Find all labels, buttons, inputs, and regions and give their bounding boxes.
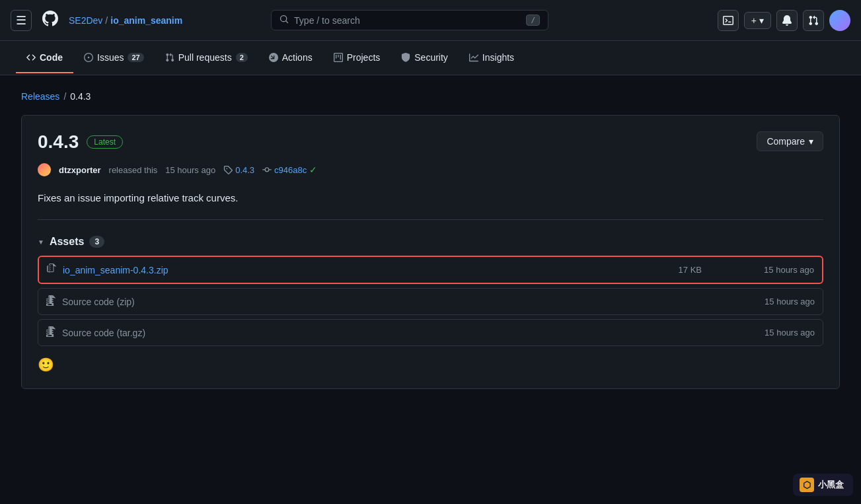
author-link[interactable]: dtzxporter (59, 165, 101, 175)
nav-tab-projects[interactable]: Projects (323, 43, 391, 73)
nav-tab-pr-label: Pull requests (178, 52, 232, 63)
plus-icon: + (751, 15, 757, 26)
repo-path: SE2Dev / io_anim_seanim (69, 15, 182, 26)
release-version: 0.4.3 (38, 131, 79, 153)
compare-button[interactable]: Compare ▾ (757, 131, 823, 151)
path-separator: / (105, 15, 108, 26)
release-time: 15 hours ago (165, 165, 215, 175)
asset-source-targz-time: 15 hours ago (742, 328, 815, 338)
compare-label: Compare (767, 136, 805, 147)
terminal-button[interactable] (718, 10, 739, 31)
release-meta: dtzxporter released this 15 hours ago 0.… (38, 163, 823, 176)
user-avatar[interactable] (829, 10, 850, 31)
compare-chevron-icon: ▾ (809, 136, 813, 147)
top-navigation: ☰ SE2Dev / io_anim_seanim Type / to sear… (0, 0, 861, 41)
nav-tab-insights-label: Insights (482, 52, 514, 63)
asset-item-source-zip[interactable]: Source code (zip) 15 hours ago (38, 288, 823, 315)
asset-item-zip[interactable]: io_anim_seanim-0.4.3.zip 17 KB 15 hours … (38, 256, 823, 284)
watermark-logo-letter: ⬡ (803, 480, 811, 490)
nav-tab-code-label: Code (40, 52, 63, 63)
commit-hash-link[interactable]: c946a8c (274, 165, 307, 175)
released-text: released this (109, 165, 158, 175)
release-tag: 0.4.3 (223, 165, 254, 175)
asset-source-zip-link[interactable]: Source code (zip) (62, 297, 135, 307)
release-commit: c946a8c ✓ (262, 164, 317, 175)
asset-zip-icon (47, 264, 57, 276)
search-icon (280, 15, 289, 26)
nav-tab-security[interactable]: Security (391, 43, 459, 73)
nav-tab-insights[interactable]: Insights (459, 43, 525, 73)
commit-check-icon: ✓ (309, 164, 317, 175)
nav-tab-security-label: Security (414, 52, 448, 63)
release-card: 0.4.3 Latest Compare ▾ dtzxporter releas… (21, 115, 840, 389)
release-header: 0.4.3 Latest Compare ▾ (38, 131, 823, 153)
watermark-logo: ⬡ (800, 478, 814, 492)
asset-source-zip-icon (46, 295, 57, 308)
hamburger-icon: ☰ (16, 13, 26, 28)
nav-tab-actions[interactable]: Actions (258, 43, 323, 73)
nav-tab-issues-label: Issues (97, 52, 124, 63)
watermark-label: 小黑盒 (818, 479, 844, 491)
asset-source-zip-name: Source code (zip) (62, 297, 663, 307)
main-content: Releases / 0.4.3 0.4.3 Latest Compare ▾ … (0, 75, 861, 498)
notifications-icon-button[interactable] (776, 10, 798, 31)
search-placeholder-text: Type / to search (294, 15, 521, 26)
asset-source-targz-link[interactable]: Source code (tar.gz) (62, 328, 145, 338)
new-button[interactable]: + ▾ (744, 12, 771, 29)
issues-badge: 27 (128, 53, 143, 62)
asset-source-zip-time: 15 hours ago (742, 297, 815, 306)
github-logo[interactable] (42, 11, 58, 30)
assets-count-badge: 3 (89, 236, 104, 248)
release-body: Fixes an issue importing relative track … (38, 192, 823, 220)
pr-badge: 2 (236, 53, 248, 62)
hamburger-menu-button[interactable]: ☰ (11, 10, 32, 31)
nav-tab-pull-requests[interactable]: Pull requests 2 (155, 43, 258, 73)
nav-tab-actions-label: Actions (282, 52, 313, 63)
release-title-row: 0.4.3 Latest (38, 131, 123, 153)
search-bar[interactable]: Type / to search / (271, 10, 548, 30)
nav-right-actions: + ▾ (718, 10, 850, 31)
repo-navigation: Code Issues 27 Pull requests 2 Actions P… (0, 41, 861, 75)
asset-source-targz-icon (46, 326, 57, 339)
watermark: ⬡ 小黑盒 (793, 474, 853, 496)
asset-zip-link[interactable]: io_anim_seanim-0.4.3.zip (63, 265, 662, 275)
release-tag-link[interactable]: 0.4.3 (235, 165, 254, 175)
assets-collapse-icon[interactable]: ▼ (38, 238, 44, 246)
emoji-reaction-icon: 🙂 (38, 357, 54, 372)
breadcrumb: Releases / 0.4.3 (21, 91, 840, 102)
asset-item-source-targz[interactable]: Source code (tar.gz) 15 hours ago (38, 319, 823, 346)
emoji-reaction[interactable]: 🙂 (38, 357, 823, 373)
pull-requests-icon-button[interactable] (803, 10, 824, 31)
assets-header: ▼ Assets 3 (38, 236, 823, 248)
nav-tab-code[interactable]: Code (16, 43, 73, 73)
plus-chevron-icon: ▾ (759, 15, 764, 26)
assets-label: Assets (50, 236, 84, 248)
breadcrumb-current: 0.4.3 (70, 91, 91, 102)
org-link[interactable]: SE2Dev (69, 15, 102, 26)
nav-tab-projects-label: Projects (347, 52, 381, 63)
author-avatar (38, 163, 51, 176)
nav-tab-issues[interactable]: Issues 27 (73, 43, 155, 73)
assets-section: ▼ Assets 3 io_anim_seanim-0.4.3.zip 17 K… (38, 236, 823, 373)
search-kbd-hint: / (526, 15, 540, 26)
asset-source-targz-name: Source code (tar.gz) (62, 328, 663, 338)
releases-breadcrumb-link[interactable]: Releases (21, 91, 59, 102)
repo-link[interactable]: io_anim_seanim (110, 15, 182, 26)
asset-zip-size: 17 KB (662, 265, 702, 275)
breadcrumb-separator: / (63, 91, 66, 102)
asset-zip-time: 15 hours ago (741, 265, 814, 275)
latest-badge: Latest (87, 135, 123, 149)
